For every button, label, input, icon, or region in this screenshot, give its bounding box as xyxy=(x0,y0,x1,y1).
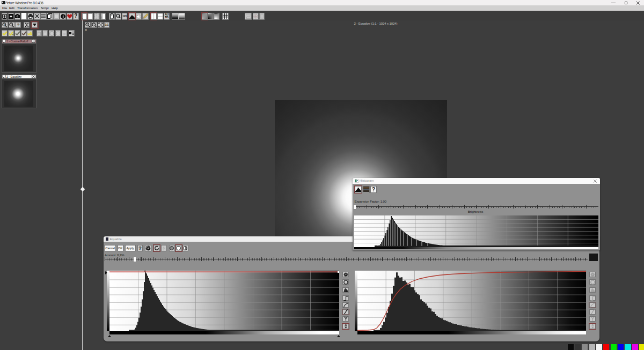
svg-text:−: − xyxy=(10,23,12,26)
svg-text:+: + xyxy=(86,23,88,26)
svg-text:ic: ic xyxy=(63,32,65,35)
svg-text:−: − xyxy=(93,23,94,26)
svg-text:+: + xyxy=(3,23,5,26)
